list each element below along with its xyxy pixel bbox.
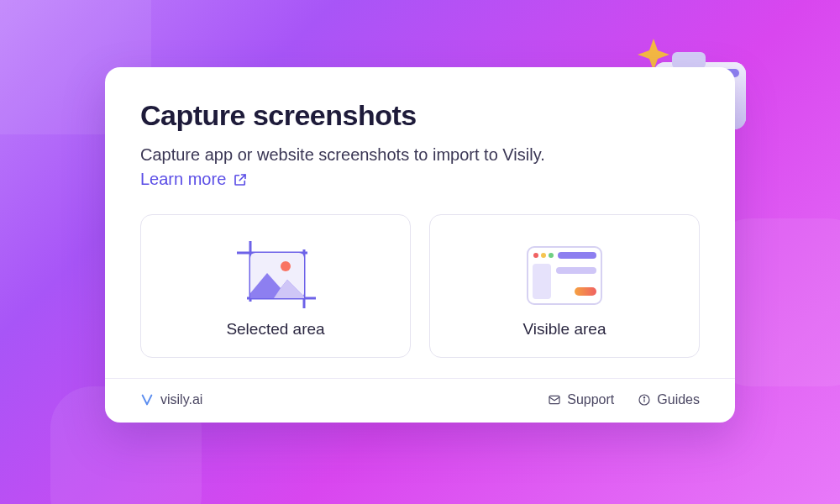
visily-logo-icon [140,393,154,407]
svg-rect-18 [558,252,596,259]
page-title: Capture screenshots [140,99,700,132]
svg-point-16 [541,253,546,258]
crop-image-icon [150,235,402,315]
support-link[interactable]: Support [548,392,614,407]
svg-rect-2 [672,52,706,69]
option-label: Visible area [438,320,690,339]
svg-point-15 [533,253,538,258]
option-visible-area[interactable]: Visible area [429,214,700,358]
browser-window-icon [438,235,690,315]
option-label: Selected area [150,320,402,339]
support-label: Support [567,392,614,407]
info-icon [638,393,651,407]
option-selected-area[interactable]: Selected area [140,214,411,358]
svg-rect-20 [556,267,596,274]
guides-link[interactable]: Guides [638,392,700,407]
svg-point-25 [644,397,645,398]
brand-label: visily.ai [160,392,202,407]
page-subtitle: Capture app or website screenshots to im… [140,145,700,165]
mail-icon [548,393,561,407]
footer: visily.ai Support Guides [105,378,735,423]
learn-more-label: Learn more [140,170,226,189]
guides-label: Guides [657,392,700,407]
svg-rect-19 [533,264,551,299]
capture-options: Selected area [140,214,700,358]
learn-more-link[interactable]: Learn more [140,170,248,189]
external-link-icon [233,172,248,187]
svg-point-17 [549,253,554,258]
brand-link[interactable]: visily.ai [140,392,202,407]
svg-point-13 [281,261,291,271]
svg-rect-21 [575,287,596,296]
capture-card: Capture screenshots Capture app or websi… [105,67,735,423]
